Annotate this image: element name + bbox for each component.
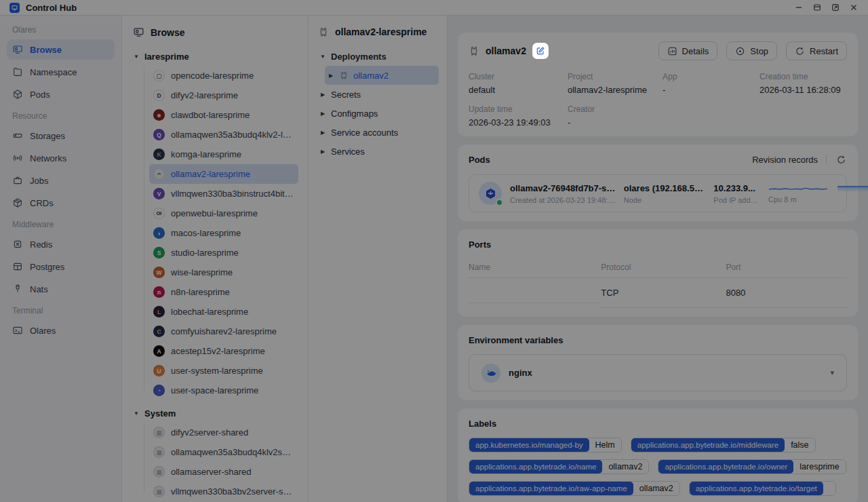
browse-item-openwebui[interactable]: OIopenwebui-laresprime — [149, 204, 298, 223]
close-button[interactable] — [849, 3, 859, 12]
sidebar-item-pods[interactable]: Pods — [7, 84, 115, 104]
pod-node: olares (192.168.50.70) — [624, 183, 706, 193]
sidebar-item-redis[interactable]: Redis — [7, 234, 115, 254]
edit-button[interactable] — [532, 43, 549, 59]
chevron-down-icon[interactable]: ▾ — [830, 368, 834, 377]
caret-right-icon: ▶ — [319, 149, 326, 155]
app-icon: ☻ — [153, 109, 165, 121]
sidebar-item-networks[interactable]: Networks — [7, 148, 115, 168]
app-icon: Q — [153, 129, 165, 140]
tree-services[interactable]: ▶ Services — [317, 142, 439, 161]
browse-item-comfyui[interactable]: Ccomfyuisharev2-laresprime — [149, 322, 298, 341]
app-icon: C — [153, 326, 165, 337]
app-icon: U — [153, 365, 165, 376]
browse-item-opencode[interactable]: ▢opencode-laresprime — [149, 66, 298, 85]
sidebar-section-olares: Olares — [12, 25, 109, 35]
browse-item-ollamaqwenserver[interactable]: ▦ollamaqwen35a3budq4klv2server-shared — [149, 442, 298, 462]
app-icon: S — [153, 247, 165, 258]
resource-panel-title: ollamav2-laresprime — [335, 26, 427, 37]
browse-item-komga[interactable]: Kkomga-laresprime — [149, 144, 298, 164]
sidebar-section-middleware: Middleware — [12, 220, 109, 229]
sidebar-item-olares-terminal[interactable]: Olares — [7, 320, 115, 341]
app-icon: OI — [153, 208, 165, 219]
sidebar-item-label: Browse — [30, 45, 62, 55]
browse-item-ollamaqwen[interactable]: Qollamaqwen35a3budq4klv2-laresprime — [149, 125, 298, 144]
crds-icon — [12, 197, 23, 208]
restart-button[interactable]: Restart — [786, 41, 847, 60]
sidebar-item-jobs[interactable]: Jobs — [7, 170, 115, 191]
port-name-cell — [469, 284, 601, 303]
browse-item-clawdbot[interactable]: ☻clawdbot-laresprime — [149, 105, 298, 125]
browse-item-vllmserver[interactable]: ▦vllmqwen330ba3bv2server-shared — [149, 482, 298, 501]
column-header-name: Name — [469, 258, 601, 278]
ollama-icon — [469, 45, 479, 56]
app-icon: ▢ — [153, 70, 165, 81]
tree-group-label: System — [144, 408, 176, 419]
ollama-icon — [339, 71, 349, 80]
sidebar-item-postgres[interactable]: Postgres — [7, 256, 115, 277]
labels-title: Labels — [469, 419, 496, 429]
pods-card: Pods Revision records o — [458, 144, 858, 221]
maximize-button[interactable] — [812, 3, 822, 12]
status-dot — [496, 199, 503, 206]
browse-item-user-system[interactable]: Uuser-system-laresprime — [149, 361, 298, 381]
browse-item-label: wise-laresprime — [171, 267, 233, 277]
sidebar-item-label: CRDs — [30, 198, 54, 208]
browse-item-ollamaserver[interactable]: ▦ollamaserver-shared — [149, 462, 298, 482]
caret-down-icon: ▼ — [133, 54, 140, 60]
browse-item-wise[interactable]: Wwise-laresprime — [149, 263, 298, 282]
revision-records-button[interactable]: Revision records — [752, 155, 818, 165]
browse-panel: Browse ▼ laresprime ▢opencode-laresprime… — [122, 16, 309, 502]
browse-item-difyv2[interactable]: Ddifyv2-laresprime — [149, 85, 298, 105]
sidebar-item-nats[interactable]: Nats — [7, 279, 115, 299]
tree-service-accounts[interactable]: ▶ Service accounts — [317, 123, 439, 142]
titlebar: Control Hub — [0, 0, 868, 16]
browse-item-label: opencode-laresprime — [171, 71, 254, 81]
sidebar-item-browse[interactable]: Browse — [7, 39, 115, 60]
sidebar-item-namespace[interactable]: Namespace — [7, 62, 115, 82]
ports-table: Name Protocol Port TCP 8080 — [469, 258, 847, 308]
minimize-button[interactable] — [794, 3, 804, 12]
tree-label: Service accounts — [331, 128, 398, 138]
control-hub-window: Control Hub Olares Browse Namespace Pods — [0, 0, 868, 502]
browse-item-label: acestep15v2-laresprime — [171, 346, 265, 356]
popout-button[interactable] — [831, 3, 840, 12]
env-container-row[interactable]: nginx ▾ — [469, 354, 847, 391]
pods-title: Pods — [469, 155, 490, 165]
tree-deployment-ollamav2-selected[interactable]: ▶ ollamav2 — [325, 66, 439, 85]
browse-item-n8n[interactable]: nn8n-laresprime — [149, 282, 298, 302]
browse-item-studio[interactable]: Sstudio-laresprime — [149, 243, 298, 263]
browse-item-macos[interactable]: ◗macos-laresprime — [149, 223, 298, 243]
browse-item-lobechat[interactable]: Llobechat-laresprime — [149, 302, 298, 322]
browse-item-label: vllmqwen330ba3binstruct4bitv2-larespri..… — [171, 189, 294, 199]
app-icon: ▦ — [153, 446, 165, 458]
tree-configmaps[interactable]: ▶ Configmaps — [317, 104, 439, 123]
tree-label: Services — [331, 147, 365, 157]
tree-deployments[interactable]: ▼ Deployments — [317, 47, 439, 66]
browse-item-vllmqwen[interactable]: Vvllmqwen330ba3binstruct4bitv2-larespri.… — [149, 184, 298, 204]
tree-secrets[interactable]: ▶ Secrets — [317, 85, 439, 104]
browse-item-label: vllmqwen330ba3bv2server-shared — [171, 486, 294, 497]
browse-item-acestep[interactable]: Aacestep15v2-laresprime — [149, 341, 298, 361]
stop-button[interactable]: Stop — [726, 41, 777, 60]
details-button[interactable]: Details — [658, 41, 718, 60]
tree-group-system[interactable]: ▼ System — [132, 404, 298, 423]
stop-icon — [735, 46, 745, 56]
tree-group-laresprime[interactable]: ▼ laresprime — [132, 47, 298, 66]
sidebar-item-label: Pods — [30, 90, 50, 100]
browse-item-ollamav2-selected[interactable]: ᴖollamav2-laresprime — [149, 164, 298, 184]
sidebar-item-label: Networks — [30, 153, 66, 163]
sidebar-item-storages[interactable]: Storages — [7, 125, 115, 146]
terminal-icon — [12, 325, 23, 336]
browse-item-difyv2server[interactable]: ▦difyv2server-shared — [149, 423, 298, 442]
pod-row[interactable]: ollamav2-76948fd7b7-s5z... Created at 20… — [469, 174, 847, 212]
deployment-header-card: ollamav2 Details Stop — [458, 33, 858, 136]
browse-item-user-space[interactable]: ◔user-space-laresprime — [149, 381, 298, 400]
labels-list: app.kubernetes.io/managed-byHelm applica… — [469, 438, 847, 496]
sidebar-item-crds[interactable]: CRDs — [7, 193, 115, 213]
ports-card: Ports Name Protocol Port TCP 8080 — [458, 229, 858, 317]
memory-sparkline — [837, 183, 868, 193]
browse-item-label: user-system-laresprime — [171, 366, 263, 376]
refresh-button[interactable] — [835, 153, 847, 166]
browse-item-label: clawdbot-laresprime — [171, 110, 250, 120]
